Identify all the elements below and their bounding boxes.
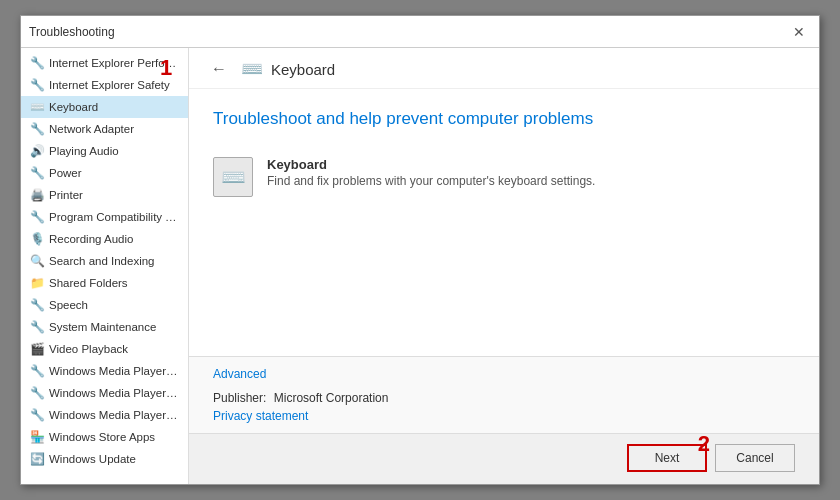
privacy-link[interactable]: Privacy statement bbox=[213, 409, 308, 423]
program-compat-icon: 🔧 bbox=[29, 209, 45, 225]
keyboard-card-icon: ⌨️ bbox=[213, 157, 253, 197]
sidebar-item-keyboard[interactable]: ⌨️Keyboard bbox=[21, 96, 188, 118]
sidebar-item-network-adapter[interactable]: 🔧Network Adapter bbox=[21, 118, 188, 140]
troubleshooting-window: Troubleshooting ✕ 🔧Internet Explorer Per… bbox=[20, 15, 820, 485]
recording-audio-icon: 🎙️ bbox=[29, 231, 45, 247]
next-button[interactable]: Next bbox=[627, 444, 707, 472]
keyboard-icon: ⌨️ bbox=[29, 99, 45, 115]
sidebar-item-label-network-adapter: Network Adapter bbox=[49, 123, 134, 135]
publisher-name: Microsoft Corporation bbox=[274, 391, 389, 405]
sidebar-item-label-internet-explorer-safety: Internet Explorer Safety bbox=[49, 79, 170, 91]
cancel-button[interactable]: Cancel bbox=[715, 444, 795, 472]
playing-audio-icon: 🔊 bbox=[29, 143, 45, 159]
item-card: ⌨️ Keyboard Find and fix problems with y… bbox=[213, 149, 795, 205]
sidebar-item-label-windows-update: Windows Update bbox=[49, 453, 136, 465]
wmp-lib-icon: 🔧 bbox=[29, 385, 45, 401]
wmp-dvd-icon: 🔧 bbox=[29, 363, 45, 379]
store-apps-icon: 🏪 bbox=[29, 429, 45, 445]
button-row: Next Cancel bbox=[189, 433, 819, 484]
sidebar-item-label-speech: Speech bbox=[49, 299, 88, 311]
sidebar-item-store-apps[interactable]: 🏪Windows Store Apps bbox=[21, 426, 188, 448]
window-title: Troubleshooting bbox=[29, 25, 115, 39]
content-area: 🔧Internet Explorer Performa...🔧Internet … bbox=[21, 48, 819, 484]
title-bar-left: Troubleshooting bbox=[29, 25, 115, 39]
system-maintenance-icon: 🔧 bbox=[29, 319, 45, 335]
main-footer: Advanced Publisher: Microsoft Corporatio… bbox=[189, 356, 819, 433]
back-button[interactable]: ← bbox=[205, 58, 233, 80]
sidebar-item-label-internet-explorer-perf: Internet Explorer Performa... bbox=[49, 57, 180, 69]
sidebar-item-label-search-indexing: Search and Indexing bbox=[49, 255, 155, 267]
sidebar-item-label-wmp-set: Windows Media Player Se... bbox=[49, 409, 180, 421]
sidebar-item-label-keyboard: Keyboard bbox=[49, 101, 98, 113]
publisher-label: Publisher: bbox=[213, 391, 266, 405]
sidebar-item-label-wmp-lib: Windows Media Player Lib... bbox=[49, 387, 180, 399]
sidebar-item-label-recording-audio: Recording Audio bbox=[49, 233, 133, 245]
sidebar-item-system-maintenance[interactable]: 🔧System Maintenance bbox=[21, 316, 188, 338]
wmp-set-icon: 🔧 bbox=[29, 407, 45, 423]
sidebar-item-recording-audio[interactable]: 🎙️Recording Audio bbox=[21, 228, 188, 250]
sidebar-item-label-program-compat: Program Compatibility Tro... bbox=[49, 211, 180, 223]
sidebar-item-label-video-playback: Video Playback bbox=[49, 343, 128, 355]
speech-icon: 🔧 bbox=[29, 297, 45, 313]
main-content: Troubleshoot and help prevent computer p… bbox=[189, 89, 819, 356]
sidebar-item-internet-explorer-safety[interactable]: 🔧Internet Explorer Safety bbox=[21, 74, 188, 96]
item-card-info: Keyboard Find and fix problems with your… bbox=[267, 157, 595, 188]
sidebar-item-playing-audio[interactable]: 🔊Playing Audio bbox=[21, 140, 188, 162]
sidebar-item-program-compat[interactable]: 🔧Program Compatibility Tro... bbox=[21, 206, 188, 228]
sidebar-item-video-playback[interactable]: 🎬Video Playback bbox=[21, 338, 188, 360]
printer-icon: 🖨️ bbox=[29, 187, 45, 203]
sidebar-item-shared-folders[interactable]: 📁Shared Folders bbox=[21, 272, 188, 294]
sidebar-item-wmp-set[interactable]: 🔧Windows Media Player Se... bbox=[21, 404, 188, 426]
internet-explorer-safety-icon: 🔧 bbox=[29, 77, 45, 93]
header-title: Keyboard bbox=[271, 61, 335, 78]
sidebar-item-label-playing-audio: Playing Audio bbox=[49, 145, 119, 157]
sidebar-item-label-wmp-dvd: Windows Media Player DV... bbox=[49, 365, 180, 377]
sidebar-item-windows-update[interactable]: 🔄Windows Update bbox=[21, 448, 188, 470]
sidebar-item-search-indexing[interactable]: 🔍Search and Indexing bbox=[21, 250, 188, 272]
main-panel: ← ⌨️ Keyboard Troubleshoot and help prev… bbox=[189, 48, 819, 484]
publisher-info: Publisher: Microsoft Corporation bbox=[213, 391, 795, 405]
sidebar-item-printer[interactable]: 🖨️Printer bbox=[21, 184, 188, 206]
troubleshoot-title: Troubleshoot and help prevent computer p… bbox=[213, 109, 795, 129]
title-bar-right: ✕ bbox=[787, 20, 811, 44]
header-keyboard-icon: ⌨️ bbox=[241, 58, 263, 80]
sidebar-item-internet-explorer-perf[interactable]: 🔧Internet Explorer Performa... bbox=[21, 52, 188, 74]
sidebar-item-wmp-lib[interactable]: 🔧Windows Media Player Lib... bbox=[21, 382, 188, 404]
main-header: ← ⌨️ Keyboard bbox=[189, 48, 819, 89]
power-icon: 🔧 bbox=[29, 165, 45, 181]
shared-folders-icon: 📁 bbox=[29, 275, 45, 291]
close-button[interactable]: ✕ bbox=[787, 20, 811, 44]
title-bar: Troubleshooting ✕ bbox=[21, 16, 819, 48]
sidebar-item-label-printer: Printer bbox=[49, 189, 83, 201]
item-card-title: Keyboard bbox=[267, 157, 595, 172]
sidebar-item-label-shared-folders: Shared Folders bbox=[49, 277, 128, 289]
sidebar-item-power[interactable]: 🔧Power bbox=[21, 162, 188, 184]
item-card-desc: Find and fix problems with your computer… bbox=[267, 174, 595, 188]
sidebar-item-label-system-maintenance: System Maintenance bbox=[49, 321, 156, 333]
sidebar-item-wmp-dvd[interactable]: 🔧Windows Media Player DV... bbox=[21, 360, 188, 382]
sidebar-item-label-store-apps: Windows Store Apps bbox=[49, 431, 155, 443]
sidebar-item-label-power: Power bbox=[49, 167, 82, 179]
internet-explorer-perf-icon: 🔧 bbox=[29, 55, 45, 71]
search-indexing-icon: 🔍 bbox=[29, 253, 45, 269]
network-adapter-icon: 🔧 bbox=[29, 121, 45, 137]
advanced-link[interactable]: Advanced bbox=[213, 367, 266, 381]
video-playback-icon: 🎬 bbox=[29, 341, 45, 357]
windows-update-icon: 🔄 bbox=[29, 451, 45, 467]
sidebar: 🔧Internet Explorer Performa...🔧Internet … bbox=[21, 48, 189, 484]
sidebar-item-speech[interactable]: 🔧Speech bbox=[21, 294, 188, 316]
